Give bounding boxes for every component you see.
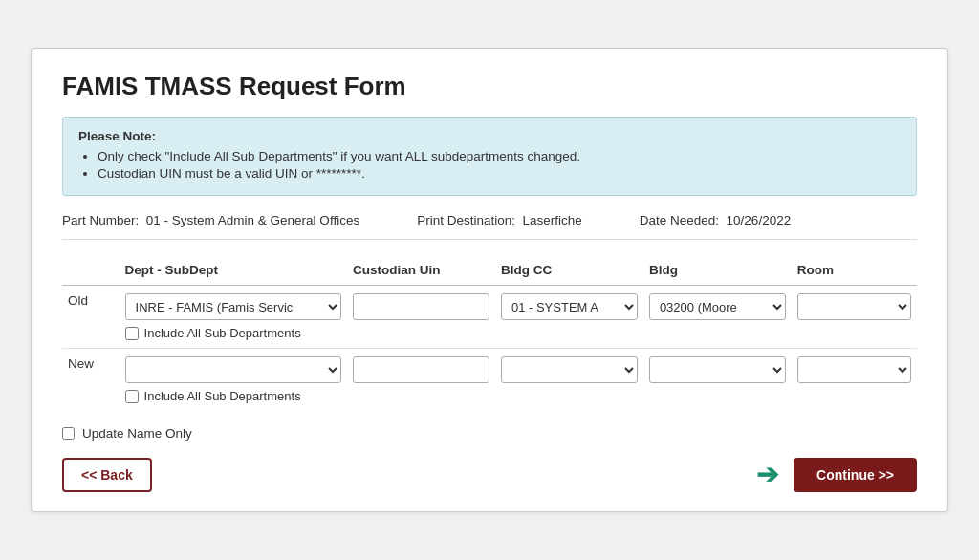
old-bldgcc-cell: 01 - SYSTEM A bbox=[495, 286, 643, 349]
notice-title: Please Note: bbox=[78, 129, 901, 143]
form-card: FAMIS TMASS Request Form Please Note: On… bbox=[31, 48, 948, 512]
form-table: Dept - SubDept Custodian Uin Bldg CC Bld… bbox=[62, 255, 917, 411]
new-dept-select[interactable] bbox=[125, 356, 341, 383]
print-destination-text: Print Destination: Laserfiche bbox=[417, 213, 582, 227]
old-uin-cell bbox=[347, 286, 495, 349]
continue-button[interactable]: Continue >> bbox=[794, 458, 917, 492]
old-room-select[interactable] bbox=[797, 293, 911, 320]
arrow-right-icon: ➔ bbox=[756, 462, 778, 488]
old-dept-cell: INRE - FAMIS (Famis Servic Include All S… bbox=[120, 286, 347, 349]
update-name-row: Update Name Only bbox=[62, 426, 917, 441]
notice-box: Please Note: Only check "Include All Sub… bbox=[62, 117, 917, 196]
notice-item-1: Only check "Include All Sub Departments"… bbox=[98, 149, 901, 163]
new-include-all-row: Include All Sub Departments bbox=[125, 389, 341, 403]
new-label: New bbox=[62, 349, 120, 412]
new-row: New Include All Sub Departments bbox=[62, 349, 917, 412]
footer-row: << Back ➔ Continue >> bbox=[62, 458, 917, 492]
old-include-all-checkbox[interactable] bbox=[125, 327, 139, 340]
th-custodian-uin: Custodian Uin bbox=[347, 255, 495, 286]
notice-item-2: Custodian UIN must be a valid UIN or ***… bbox=[98, 166, 901, 181]
notice-list: Only check "Include All Sub Departments"… bbox=[78, 149, 901, 181]
meta-row: Part Number: 01 - System Admin & General… bbox=[62, 213, 917, 240]
th-dept-subdept: Dept - SubDept bbox=[120, 255, 347, 286]
date-needed-text: Date Needed: 10/26/2022 bbox=[640, 213, 791, 227]
old-include-all-label: Include All Sub Departments bbox=[144, 326, 301, 340]
new-include-all-checkbox[interactable] bbox=[125, 390, 139, 403]
new-dept-cell: Include All Sub Departments bbox=[120, 349, 347, 412]
old-row: Old INRE - FAMIS (Famis Servic Include A… bbox=[62, 286, 917, 349]
continue-group: ➔ Continue >> bbox=[756, 458, 917, 492]
new-uin-cell bbox=[347, 349, 495, 412]
old-room-cell bbox=[792, 286, 917, 349]
new-bldg-cc-select[interactable] bbox=[501, 356, 638, 383]
old-label: Old bbox=[62, 286, 120, 349]
th-empty bbox=[62, 255, 120, 286]
old-custodian-uin-input[interactable] bbox=[353, 293, 490, 320]
update-name-only-checkbox[interactable] bbox=[62, 427, 75, 440]
page-title: FAMIS TMASS Request Form bbox=[62, 72, 917, 101]
new-bldg-cell bbox=[643, 349, 792, 412]
old-bldg-cc-select[interactable]: 01 - SYSTEM A bbox=[501, 293, 638, 320]
back-button[interactable]: << Back bbox=[62, 458, 152, 492]
part-number-text: Part Number: 01 - System Admin & General… bbox=[62, 213, 359, 227]
new-bldg-select[interactable] bbox=[649, 356, 786, 383]
th-room: Room bbox=[792, 255, 917, 286]
new-custodian-uin-input[interactable] bbox=[353, 356, 490, 383]
meta-part-number: Part Number: 01 - System Admin & General… bbox=[62, 213, 359, 227]
th-bldg-cc: Bldg CC bbox=[495, 255, 643, 286]
new-include-all-label: Include All Sub Departments bbox=[144, 389, 301, 403]
new-room-cell bbox=[792, 349, 917, 412]
meta-date-needed: Date Needed: 10/26/2022 bbox=[640, 213, 791, 227]
update-name-only-label: Update Name Only bbox=[82, 426, 192, 441]
old-include-all-row: Include All Sub Departments bbox=[125, 326, 341, 340]
old-bldg-select[interactable]: 03200 (Moore bbox=[649, 293, 786, 320]
new-bldgcc-cell bbox=[495, 349, 643, 412]
new-room-select[interactable] bbox=[797, 356, 911, 383]
th-bldg: Bldg bbox=[643, 255, 792, 286]
old-dept-select[interactable]: INRE - FAMIS (Famis Servic bbox=[125, 293, 341, 320]
old-bldg-cell: 03200 (Moore bbox=[643, 286, 792, 349]
meta-print-destination: Print Destination: Laserfiche bbox=[417, 213, 582, 227]
